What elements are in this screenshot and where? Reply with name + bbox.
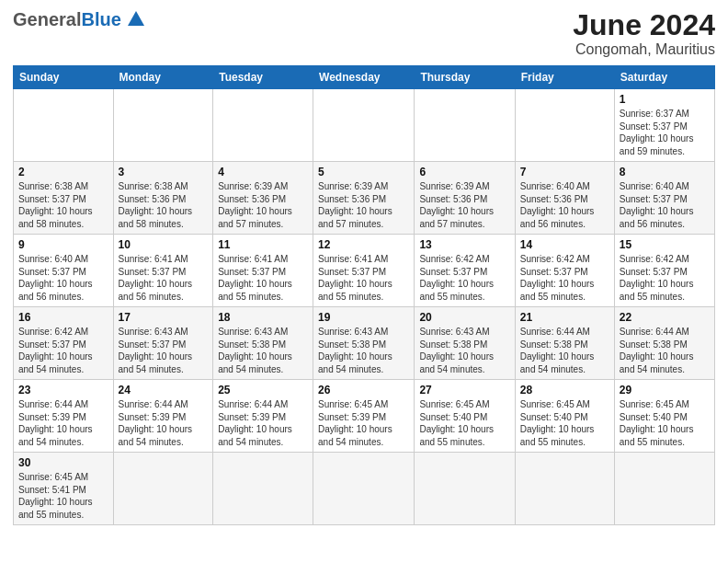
table-row: 22Sunrise: 6:44 AM Sunset: 5:38 PM Dayli… [614, 307, 714, 380]
table-row [113, 89, 213, 162]
day-number: 26 [318, 384, 409, 396]
day-number: 10 [119, 238, 209, 251]
day-number: 21 [520, 311, 609, 324]
day-number: 16 [18, 311, 108, 324]
table-row: 2Sunrise: 6:38 AM Sunset: 5:37 PM Daylig… [14, 162, 114, 235]
logo-icon: General Blue [13, 9, 144, 30]
table-row: 12Sunrise: 6:41 AM Sunset: 5:37 PM Dayli… [313, 235, 415, 307]
table-row: 18Sunrise: 6:43 AM Sunset: 5:38 PM Dayli… [213, 307, 313, 380]
day-info: Sunrise: 6:42 AM Sunset: 5:37 PM Dayligh… [620, 253, 710, 303]
table-row: 26Sunrise: 6:45 AM Sunset: 5:39 PM Dayli… [313, 380, 415, 453]
day-number: 19 [318, 311, 409, 324]
calendar-table: Sunday Monday Tuesday Wednesday Thursday… [13, 65, 715, 525]
day-info: Sunrise: 6:43 AM Sunset: 5:38 PM Dayligh… [318, 326, 409, 375]
table-row: 9Sunrise: 6:40 AM Sunset: 5:37 PM Daylig… [14, 235, 114, 307]
day-info: Sunrise: 6:41 AM Sunset: 5:37 PM Dayligh… [318, 253, 409, 303]
day-number: 12 [318, 238, 409, 251]
day-number: 30 [18, 456, 108, 469]
day-info: Sunrise: 6:45 AM Sunset: 5:40 PM Dayligh… [520, 398, 609, 448]
calendar-week-row: 1Sunrise: 6:37 AM Sunset: 5:37 PM Daylig… [14, 89, 715, 162]
day-info: Sunrise: 6:44 AM Sunset: 5:38 PM Dayligh… [520, 326, 609, 375]
table-row: 27Sunrise: 6:45 AM Sunset: 5:40 PM Dayli… [415, 380, 515, 453]
month-title: June 2024 [573, 9, 715, 41]
table-row [415, 453, 515, 525]
header-tuesday: Tuesday [213, 66, 313, 89]
day-number: 11 [218, 238, 308, 251]
day-info: Sunrise: 6:44 AM Sunset: 5:39 PM Dayligh… [218, 398, 308, 448]
table-row: 25Sunrise: 6:44 AM Sunset: 5:39 PM Dayli… [213, 380, 313, 453]
day-info: Sunrise: 6:42 AM Sunset: 5:37 PM Dayligh… [520, 253, 609, 303]
day-info: Sunrise: 6:42 AM Sunset: 5:37 PM Dayligh… [18, 326, 108, 375]
table-row: 24Sunrise: 6:44 AM Sunset: 5:39 PM Dayli… [113, 380, 213, 453]
day-info: Sunrise: 6:37 AM Sunset: 5:37 PM Dayligh… [620, 108, 710, 157]
day-info: Sunrise: 6:39 AM Sunset: 5:36 PM Dayligh… [218, 180, 308, 230]
day-info: Sunrise: 6:41 AM Sunset: 5:37 PM Dayligh… [218, 253, 308, 303]
day-number: 1 [620, 93, 710, 106]
table-row: 28Sunrise: 6:45 AM Sunset: 5:40 PM Dayli… [515, 380, 614, 453]
table-row: 5Sunrise: 6:39 AM Sunset: 5:36 PM Daylig… [313, 162, 415, 235]
day-number: 25 [218, 384, 308, 396]
header-monday: Monday [113, 66, 213, 89]
logo-blue: Blue [81, 9, 120, 30]
table-row: 20Sunrise: 6:43 AM Sunset: 5:38 PM Dayli… [415, 307, 515, 380]
table-row [313, 453, 415, 525]
day-number: 29 [620, 384, 710, 396]
table-row: 30Sunrise: 6:45 AM Sunset: 5:41 PM Dayli… [14, 453, 114, 525]
calendar-week-row: 23Sunrise: 6:44 AM Sunset: 5:39 PM Dayli… [14, 380, 715, 453]
day-info: Sunrise: 6:43 AM Sunset: 5:38 PM Dayligh… [218, 326, 308, 375]
table-row: 6Sunrise: 6:39 AM Sunset: 5:36 PM Daylig… [415, 162, 515, 235]
day-info: Sunrise: 6:44 AM Sunset: 5:38 PM Dayligh… [620, 326, 710, 375]
header-saturday: Saturday [614, 66, 714, 89]
table-row: 1Sunrise: 6:37 AM Sunset: 5:37 PM Daylig… [614, 89, 714, 162]
table-row [113, 453, 213, 525]
day-info: Sunrise: 6:39 AM Sunset: 5:36 PM Dayligh… [318, 180, 409, 230]
table-row: 4Sunrise: 6:39 AM Sunset: 5:36 PM Daylig… [213, 162, 313, 235]
table-row: 8Sunrise: 6:40 AM Sunset: 5:37 PM Daylig… [614, 162, 714, 235]
table-row [213, 89, 313, 162]
table-row [614, 453, 714, 525]
day-number: 17 [119, 311, 209, 324]
page: General Blue June 2024 Congomah, Mauriti… [0, 0, 728, 534]
day-info: Sunrise: 6:40 AM Sunset: 5:37 PM Dayligh… [18, 253, 108, 303]
day-number: 14 [520, 238, 609, 251]
day-number: 20 [419, 311, 509, 324]
day-info: Sunrise: 6:42 AM Sunset: 5:37 PM Dayligh… [419, 253, 509, 303]
table-row: 7Sunrise: 6:40 AM Sunset: 5:36 PM Daylig… [515, 162, 614, 235]
calendar-week-row: 30Sunrise: 6:45 AM Sunset: 5:41 PM Dayli… [14, 453, 715, 525]
day-info: Sunrise: 6:39 AM Sunset: 5:36 PM Dayligh… [419, 180, 509, 230]
table-row: 29Sunrise: 6:45 AM Sunset: 5:40 PM Dayli… [614, 380, 714, 453]
table-row: 19Sunrise: 6:43 AM Sunset: 5:38 PM Dayli… [313, 307, 415, 380]
header-wednesday: Wednesday [313, 66, 415, 89]
location-title: Congomah, Mauritius [573, 41, 715, 58]
day-info: Sunrise: 6:45 AM Sunset: 5:40 PM Dayligh… [419, 398, 509, 448]
table-row [213, 453, 313, 525]
day-number: 6 [419, 166, 509, 178]
day-number: 9 [18, 238, 108, 251]
table-row: 14Sunrise: 6:42 AM Sunset: 5:37 PM Dayli… [515, 235, 614, 307]
table-row: 10Sunrise: 6:41 AM Sunset: 5:37 PM Dayli… [113, 235, 213, 307]
calendar-week-row: 9Sunrise: 6:40 AM Sunset: 5:37 PM Daylig… [14, 235, 715, 307]
day-info: Sunrise: 6:44 AM Sunset: 5:39 PM Dayligh… [18, 398, 108, 448]
header-sunday: Sunday [14, 66, 114, 89]
day-number: 2 [18, 166, 108, 178]
day-number: 22 [620, 311, 710, 324]
day-info: Sunrise: 6:38 AM Sunset: 5:37 PM Dayligh… [18, 180, 108, 230]
day-number: 24 [119, 384, 209, 396]
day-info: Sunrise: 6:40 AM Sunset: 5:36 PM Dayligh… [520, 180, 609, 230]
day-number: 23 [18, 384, 108, 396]
logo: General Blue [13, 9, 144, 30]
table-row: 13Sunrise: 6:42 AM Sunset: 5:37 PM Dayli… [415, 235, 515, 307]
table-row: 16Sunrise: 6:42 AM Sunset: 5:37 PM Dayli… [14, 307, 114, 380]
day-number: 3 [119, 166, 209, 178]
logo-word: General Blue [13, 9, 121, 30]
table-row: 15Sunrise: 6:42 AM Sunset: 5:37 PM Dayli… [614, 235, 714, 307]
day-info: Sunrise: 6:41 AM Sunset: 5:37 PM Dayligh… [119, 253, 209, 303]
day-info: Sunrise: 6:45 AM Sunset: 5:41 PM Dayligh… [18, 471, 108, 521]
table-row [515, 453, 614, 525]
day-info: Sunrise: 6:40 AM Sunset: 5:37 PM Dayligh… [620, 180, 710, 230]
header: General Blue June 2024 Congomah, Mauriti… [13, 9, 715, 58]
day-number: 5 [318, 166, 409, 178]
header-friday: Friday [515, 66, 614, 89]
table-row [313, 89, 415, 162]
logo-general: General [13, 9, 81, 30]
